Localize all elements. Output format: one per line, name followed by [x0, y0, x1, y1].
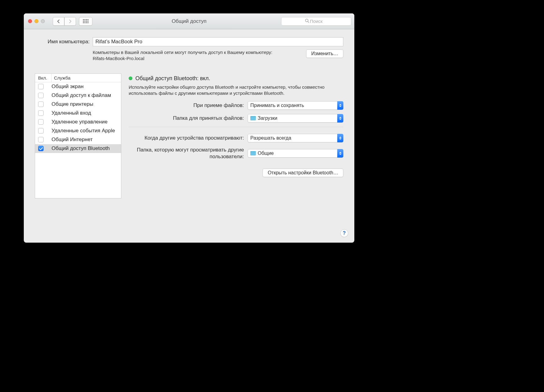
service-checkbox[interactable] — [38, 119, 44, 125]
zoom-window-button[interactable] — [41, 19, 45, 23]
forward-button[interactable] — [64, 17, 76, 26]
service-row[interactable]: Общий Интернет — [35, 135, 121, 144]
svg-rect-7 — [88, 21, 88, 22]
service-name-label: Общий Интернет — [52, 137, 93, 143]
status-dot-icon — [129, 77, 132, 80]
service-row[interactable]: Общий экран — [35, 82, 121, 91]
service-name-label: Удаленные события Apple — [52, 128, 115, 134]
service-description: Используйте настройки общего доступа Blu… — [129, 84, 343, 97]
services-header-name: Служба — [52, 74, 121, 82]
sharing-prefpane-window: Общий доступ Имя компьютера: Компьютеры … — [24, 13, 354, 243]
svg-rect-1 — [84, 19, 85, 20]
open-bluetooth-settings-button[interactable]: Открыть настройки Bluetooth… — [263, 169, 343, 177]
service-name-label: Общий экран — [52, 84, 84, 90]
computer-name-label: Имя компьютера: — [35, 39, 90, 45]
show-all-button[interactable] — [79, 17, 92, 26]
service-row[interactable]: Удаленный вход — [35, 109, 121, 118]
back-button[interactable] — [53, 17, 64, 26]
service-checkbox[interactable] — [38, 93, 44, 98]
svg-rect-5 — [84, 21, 85, 22]
receiving-folder-select[interactable]: Загрузки — [248, 114, 343, 123]
computer-name-input[interactable] — [93, 37, 343, 46]
edit-hostname-button[interactable]: Изменить… — [306, 49, 343, 58]
svg-rect-8 — [83, 22, 84, 23]
svg-rect-10 — [86, 22, 87, 23]
folder-icon — [250, 116, 256, 120]
receiving-action-value: Принимать и сохранять — [250, 103, 304, 108]
service-name-label: Общий доступ Bluetooth — [52, 145, 110, 151]
chevron-updown-icon — [337, 101, 343, 110]
services-table-header: Вкл. Служба — [35, 74, 121, 82]
service-checkbox[interactable] — [38, 128, 44, 134]
service-checkbox[interactable] — [38, 110, 44, 116]
service-checkbox[interactable] — [38, 146, 44, 151]
help-button[interactable]: ? — [340, 229, 348, 237]
services-list[interactable]: Общий экранОбщий доступ к файламОбщие пр… — [35, 82, 121, 198]
browsing-folder-value: Общие — [258, 151, 274, 156]
chevron-updown-icon — [337, 134, 343, 142]
computer-name-description: Компьютеры в Вашей локальной сети могут … — [93, 49, 276, 62]
service-row[interactable]: Удаленные события Apple — [35, 127, 121, 135]
services-header-on: Вкл. — [35, 74, 52, 82]
chevron-updown-icon — [337, 114, 343, 123]
titlebar: Общий доступ — [24, 13, 354, 29]
service-row[interactable]: Общий доступ Bluetooth — [35, 144, 121, 153]
grid-icon — [83, 19, 88, 23]
folder-icon — [250, 151, 256, 155]
service-checkbox[interactable] — [38, 102, 44, 107]
chevron-updown-icon — [337, 149, 343, 158]
search-input[interactable] — [281, 17, 351, 26]
divider — [129, 127, 343, 127]
service-name-label: Общие принтеры — [52, 101, 93, 107]
chevron-right-icon — [68, 19, 72, 23]
services-table: Вкл. Служба Общий экранОбщий доступ к фа… — [35, 73, 121, 198]
chevron-left-icon — [57, 19, 60, 23]
service-row[interactable]: Общий доступ к файлам — [35, 91, 121, 100]
browsing-action-select[interactable]: Разрешать всегда — [248, 134, 343, 142]
close-window-button[interactable] — [28, 19, 32, 23]
svg-rect-0 — [83, 19, 84, 20]
receiving-folder-value: Загрузки — [258, 116, 277, 121]
nav-buttons — [53, 17, 92, 26]
browsing-action-value: Разрешать всегда — [250, 135, 291, 141]
service-name-label: Общий доступ к файлам — [52, 92, 111, 98]
service-name-label: Удаленный вход — [52, 110, 91, 116]
content-area: Имя компьютера: Компьютеры в Вашей локал… — [24, 29, 354, 243]
svg-rect-6 — [86, 21, 87, 22]
browsing-folder-select[interactable]: Общие — [248, 149, 343, 158]
svg-rect-3 — [88, 19, 88, 20]
svg-rect-2 — [86, 19, 87, 20]
service-name-label: Удаленное управление — [52, 119, 108, 125]
receiving-action-label: При приеме файлов: — [129, 102, 248, 109]
search-wrap — [281, 17, 351, 26]
svg-rect-4 — [83, 21, 84, 22]
minimize-window-button[interactable] — [34, 19, 38, 23]
browsing-folder-label: Папка, которую могут просматривать други… — [129, 147, 248, 160]
computer-name-section: Имя компьютера: Компьютеры в Вашей локал… — [29, 29, 349, 65]
service-row[interactable]: Удаленное управление — [35, 118, 121, 127]
service-status-title: Общий доступ Bluetooth: вкл. — [135, 75, 210, 82]
service-checkbox[interactable] — [38, 84, 44, 89]
svg-rect-11 — [88, 22, 88, 23]
receiving-action-select[interactable]: Принимать и сохранять — [248, 101, 343, 110]
browsing-action-label: Когда другие устройства просматривают: — [129, 135, 248, 141]
service-checkbox[interactable] — [38, 137, 44, 142]
receiving-folder-label: Папка для принятых файлов: — [129, 115, 248, 122]
svg-rect-9 — [84, 22, 85, 23]
service-row[interactable]: Общие принтеры — [35, 100, 121, 109]
window-controls — [28, 19, 45, 23]
service-detail-pane: Общий доступ Bluetooth: вкл. Используйте… — [129, 73, 343, 239]
